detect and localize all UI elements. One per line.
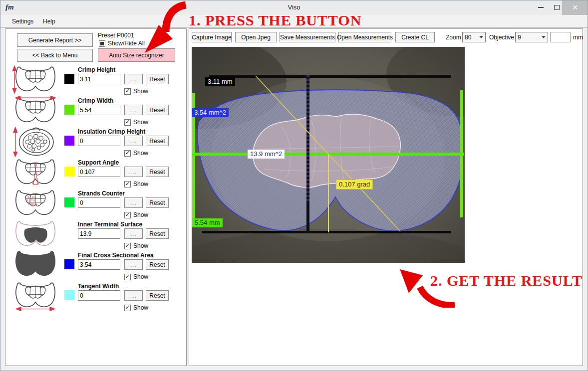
field-support-angle: Support Angle ... Reset ✓Show	[64, 159, 185, 189]
field-label: Support Angle	[78, 159, 119, 166]
field-label: Insulation Crimp Height	[78, 128, 145, 135]
zoom-select[interactable]: 80	[462, 32, 486, 42]
preset-label: Preset:P0001	[98, 32, 134, 39]
color-swatch[interactable]	[64, 167, 74, 177]
reset-button[interactable]: Reset	[146, 105, 169, 115]
menu-help[interactable]: Help	[40, 17, 58, 26]
reset-button[interactable]: Reset	[146, 228, 169, 239]
checkbox-icon: ✓	[124, 119, 131, 126]
crimp-width-measurement-label: 5.54 mm	[192, 218, 223, 227]
color-picker-button[interactable]: ...	[124, 136, 143, 146]
show-checkbox[interactable]: ✓Show	[124, 88, 148, 95]
show-label: Show	[133, 88, 148, 95]
reset-button[interactable]: Reset	[146, 259, 169, 270]
checkbox-icon: ✓	[124, 274, 131, 280]
tangent-width-icon	[11, 281, 59, 311]
field-value-input[interactable]	[78, 74, 120, 84]
field-value-input[interactable]	[78, 167, 120, 177]
close-button[interactable]: ✕	[562, 0, 588, 15]
show-checkbox[interactable]: ✓Show	[124, 242, 148, 249]
field-value-input[interactable]	[78, 259, 120, 270]
chevron-down-icon	[479, 36, 483, 38]
show-checkbox[interactable]: ✓Show	[124, 150, 148, 157]
show-hide-all-checkbox[interactable]: Show/Hide All	[99, 40, 145, 47]
open-measurements-button[interactable]: Open Measurements	[338, 32, 391, 42]
checkbox-icon: ✓	[124, 305, 131, 311]
reset-button[interactable]: Reset	[146, 290, 169, 301]
field-insulation-crimp-height: Insulation Crimp Height ... Reset ✓Show	[64, 128, 185, 158]
field-value-input[interactable]	[78, 228, 120, 239]
final-area-measurement-label: 3.54 mm^2	[192, 108, 229, 117]
color-swatch[interactable]	[64, 290, 74, 300]
reset-button[interactable]: Reset	[146, 197, 169, 208]
color-picker-button[interactable]: ...	[124, 290, 143, 301]
field-inner-terminal-surface: Inner Terminal Surface ... Reset ✓Show	[64, 221, 185, 251]
field-crimp-height: Crimp Height ... Reset ✓Show	[64, 66, 185, 96]
menu-settings[interactable]: Settings	[9, 17, 36, 26]
show-checkbox[interactable]: ✓Show	[124, 211, 148, 218]
svg-text:9 10 11: 9 10 11	[28, 202, 37, 205]
checkbox-icon: ✓	[124, 88, 131, 95]
open-jpeg-button[interactable]: Open Jpeg	[235, 32, 277, 42]
back-to-menu-button[interactable]: << Back to Menu	[17, 49, 93, 62]
objective-value: 9	[518, 34, 521, 41]
show-checkbox[interactable]: ✓Show	[124, 181, 148, 187]
generate-report-button[interactable]: Generate Report >>	[17, 33, 93, 47]
color-picker-button[interactable]: ...	[124, 197, 143, 208]
support-angle-measurement-label: 0.107 grad	[336, 180, 373, 189]
field-crimp-width: Crimp Width ... Reset ✓Show	[64, 97, 185, 127]
color-picker-button[interactable]: ...	[124, 259, 143, 270]
field-label: Crimp Width	[78, 97, 113, 104]
show-label: Show	[133, 242, 148, 249]
objective-label: Objective	[489, 34, 514, 41]
objective-select[interactable]: 9	[515, 32, 548, 42]
show-label: Show	[133, 181, 148, 187]
color-picker-button[interactable]: ...	[124, 105, 143, 115]
checkbox-icon: ✓	[124, 150, 131, 157]
checkbox-icon: ✓	[124, 243, 131, 249]
zoom-value: 80	[465, 34, 471, 41]
save-measurements-button[interactable]: Save Measurements	[280, 32, 335, 42]
field-label: Tangent Width	[78, 283, 119, 290]
color-swatch[interactable]	[64, 197, 74, 207]
strands-counter-icon: 1 2 3 45 6 7 89 10 11	[11, 188, 59, 218]
show-label: Show	[133, 211, 148, 218]
show-checkbox[interactable]: ✓Show	[124, 119, 148, 126]
show-label: Show	[133, 150, 148, 157]
field-final-cross-sectional-area: Final Cross Sectional Area ... Reset ✓Sh…	[64, 252, 185, 282]
color-picker-button[interactable]: ...	[124, 167, 143, 177]
minimize-icon	[538, 7, 544, 8]
reset-button[interactable]: Reset	[146, 167, 169, 177]
color-swatch[interactable]	[64, 136, 74, 146]
color-swatch[interactable]	[64, 74, 74, 84]
field-value-input[interactable]	[78, 136, 120, 146]
reset-button[interactable]: Reset	[146, 74, 169, 84]
field-value-input[interactable]	[78, 290, 120, 301]
color-swatch[interactable]	[64, 259, 74, 269]
measurement-panel: Generate Report >> << Back to Menu Prese…	[5, 28, 187, 366]
color-picker-button[interactable]: ...	[124, 228, 143, 239]
show-checkbox[interactable]: ✓Show	[124, 273, 148, 280]
crimp-height-measurement-label: 3.11 mm	[205, 77, 235, 86]
reset-button[interactable]: Reset	[146, 136, 169, 146]
image-panel: Capture Image Open Jpeg Save Measurement…	[189, 28, 583, 366]
arrow-to-result-icon	[397, 265, 457, 308]
show-label: Show	[133, 304, 148, 311]
checkbox-icon: ✓	[124, 212, 131, 218]
specimen-image[interactable]: 3.11 mm 3.54 mm^2 13.9 mm^2 0.107 grad 5…	[192, 47, 465, 263]
show-checkbox[interactable]: ✓Show	[124, 304, 148, 311]
color-swatch[interactable]	[64, 105, 74, 115]
create-cl-button[interactable]: Create CL	[395, 32, 435, 42]
arrow-to-button-icon	[139, 1, 194, 66]
color-picker-button[interactable]: ...	[124, 74, 143, 84]
crimp-width-icon	[11, 96, 59, 126]
window-title: Viso	[0, 3, 588, 11]
field-value-input[interactable]	[78, 105, 120, 115]
insulation-crimp-height-icon	[11, 127, 59, 157]
mm-input[interactable]	[550, 32, 571, 42]
field-label: Inner Terminal Surface	[78, 221, 142, 228]
minimize-button[interactable]	[533, 0, 548, 15]
capture-image-button[interactable]: Capture Image	[192, 32, 232, 42]
field-value-input[interactable]	[78, 197, 120, 208]
show-label: Show	[133, 119, 148, 126]
